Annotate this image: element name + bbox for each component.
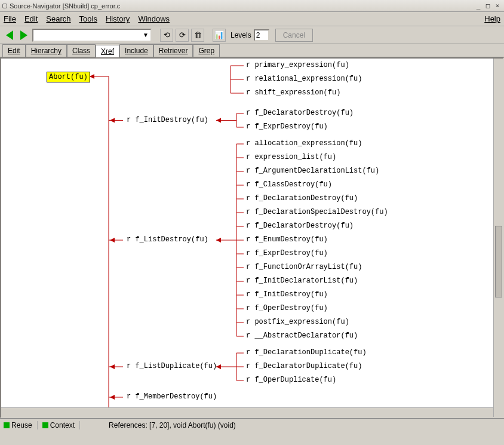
tab-grep[interactable]: Grep xyxy=(193,44,220,57)
xref-node[interactable]: r f_ExprDestroy(fu) xyxy=(246,249,328,257)
xref-node[interactable]: r f_DeclarationDuplicate(fu) xyxy=(246,348,367,357)
menu-help[interactable]: Help xyxy=(484,14,500,23)
svg-marker-42 xyxy=(110,395,115,400)
xref-node[interactable]: r shift_expression(fu) xyxy=(246,88,340,97)
svg-marker-40 xyxy=(110,364,115,369)
status-info: References: [7, 20], void Abort(fu) (voi… xyxy=(109,421,236,429)
window-controls: _ □ × xyxy=(474,2,502,10)
menu-windows[interactable]: Windows xyxy=(138,14,170,23)
toolbar: ▼ ⟲ ⟳ 🗑 📊 Levels Cancel xyxy=(0,26,504,44)
xref-node[interactable]: r f_ExprDestroy(fu) xyxy=(246,122,328,131)
status-context[interactable]: Context xyxy=(42,421,80,429)
xref-node[interactable]: r f_ClassDestroy(fu) xyxy=(246,180,332,189)
levels-label: Levels xyxy=(231,31,251,39)
svg-marker-32 xyxy=(110,238,115,243)
tab-retriever[interactable]: Retriever xyxy=(153,44,193,57)
xref-node[interactable]: r f_OperDestroy(fu) xyxy=(246,304,328,312)
maximize-button[interactable]: □ xyxy=(484,2,492,10)
xref-node[interactable]: r f_InitDestroy(fu) xyxy=(246,290,328,299)
refresh-icon[interactable]: ⟲ xyxy=(160,29,173,42)
xref-node[interactable]: r f_MemberDestroy(fu) xyxy=(127,392,217,401)
arrow-left-icon xyxy=(6,30,13,40)
xref-node[interactable]: r f_ListDuplicate(fu) xyxy=(127,362,217,370)
menu-search[interactable]: Search xyxy=(46,14,70,23)
menu-file[interactable]: File xyxy=(4,14,16,23)
xref-node[interactable]: r f_DeclarationSpecialDestroy(fu) xyxy=(246,208,388,216)
svg-marker-12 xyxy=(110,118,115,123)
cancel-button[interactable]: Cancel xyxy=(275,29,313,42)
xref-node[interactable]: Abort(fu) xyxy=(47,72,90,82)
system-menu-icon[interactable] xyxy=(2,4,7,8)
back-button[interactable] xyxy=(4,29,16,42)
svg-marker-30 xyxy=(216,238,221,243)
menubar: File Edit Search Tools History Windows H… xyxy=(0,12,504,26)
svg-marker-1 xyxy=(90,74,94,79)
xref-node[interactable]: r __AbstractDeclarator(fu) xyxy=(246,332,358,340)
scrollbar-thumb[interactable] xyxy=(495,226,502,297)
xref-node[interactable]: r f_ArgumentDeclarationList(fu) xyxy=(246,167,379,175)
delete-icon[interactable]: 🗑 xyxy=(191,29,204,42)
statusbar: Reuse Context References: [7, 20], void … xyxy=(0,418,504,431)
tab-class[interactable]: Class xyxy=(67,44,96,57)
xref-node[interactable]: r f_InitDestroy(fu) xyxy=(127,116,208,124)
minimize-button[interactable]: _ xyxy=(474,2,483,10)
close-button[interactable]: × xyxy=(493,2,502,10)
symbol-input[interactable] xyxy=(33,31,141,39)
chart-icon[interactable]: 📊 xyxy=(213,29,226,42)
expand-icon[interactable]: ⟳ xyxy=(176,29,189,42)
menu-edit[interactable]: Edit xyxy=(24,14,38,23)
tab-edit[interactable]: Edit xyxy=(2,44,26,57)
tabbar: Edit Hierarchy Class Xref Include Retrie… xyxy=(0,44,504,57)
combo-dropdown-icon[interactable]: ▼ xyxy=(141,32,150,38)
reuse-indicator-icon xyxy=(4,422,10,428)
tab-hierarchy[interactable]: Hierarchy xyxy=(26,44,67,57)
xref-node[interactable]: r f_OperDuplicate(fu) xyxy=(246,376,336,384)
forward-button[interactable] xyxy=(18,29,30,42)
menu-history[interactable]: History xyxy=(106,14,130,23)
xref-node[interactable]: r f_FunctionOrArrayList(fu) xyxy=(246,263,362,271)
context-indicator-icon xyxy=(42,422,48,428)
xref-node[interactable]: r relational_expression(fu) xyxy=(246,75,362,83)
window-title: Source-Navigator [SNbuild] cp_error.c xyxy=(10,2,474,10)
levels-input[interactable] xyxy=(254,29,269,41)
xref-canvas: Abort(fu)r primary_expression(fu)r relat… xyxy=(0,57,504,418)
xref-node[interactable]: r f_DeclarationDestroy(fu) xyxy=(246,194,358,202)
menu-tools[interactable]: Tools xyxy=(79,14,97,23)
xref-node[interactable]: r f_InitDeclaratorList(fu) xyxy=(246,277,358,285)
xref-node[interactable]: r postfix_expression(fu) xyxy=(246,318,349,326)
arrow-right-icon xyxy=(20,30,27,40)
xref-node[interactable]: r f_DeclaratorDestroy(fu) xyxy=(246,109,354,117)
vertical-scrollbar[interactable] xyxy=(493,59,503,417)
symbol-combo[interactable]: ▼ xyxy=(32,29,152,42)
xref-node[interactable]: r f_DeclaratorDuplicate(fu) xyxy=(246,362,362,370)
svg-marker-10 xyxy=(216,118,221,123)
xref-node[interactable]: r f_DeclaratorDestroy(fu) xyxy=(246,222,354,230)
xref-node[interactable]: r f_EnumDestroy(fu) xyxy=(246,235,328,244)
tab-xref[interactable]: Xref xyxy=(96,45,119,57)
horizontal-scrollbar[interactable] xyxy=(1,407,493,417)
tab-include[interactable]: Include xyxy=(119,44,153,57)
xref-node[interactable]: r allocation_expression(fu) xyxy=(246,139,362,148)
xref-node[interactable]: r primary_expression(fu) xyxy=(246,61,349,69)
xref-node[interactable]: r expression_list(fu) xyxy=(246,153,336,161)
status-reuse[interactable]: Reuse xyxy=(4,421,38,429)
xref-node[interactable]: r f_ListDestroy(fu) xyxy=(127,235,208,244)
titlebar: Source-Navigator [SNbuild] cp_error.c _ … xyxy=(0,0,504,12)
